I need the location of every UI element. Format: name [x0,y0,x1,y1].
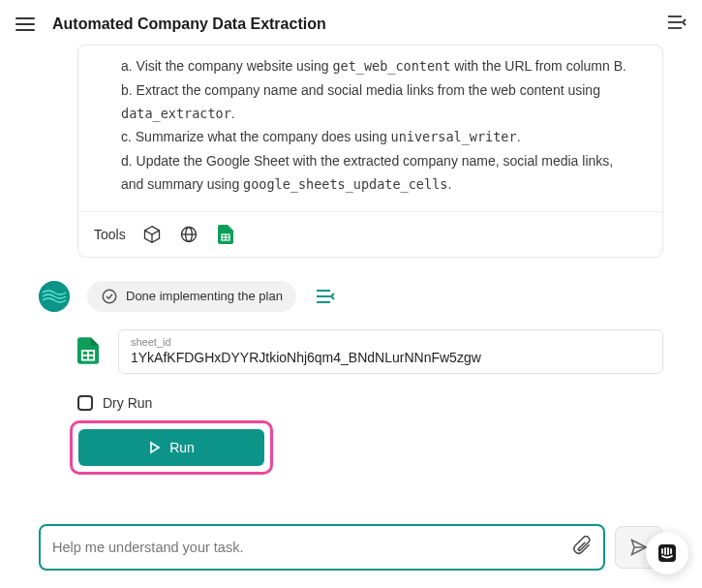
code-data-extractor: data_extractor [121,106,231,121]
dry-run-label: Dry Run [103,395,152,411]
step-b-post: . [231,106,235,121]
svg-rect-18 [658,544,676,562]
page-title: Automated Company Data Extraction [52,15,326,33]
chat-input[interactable] [52,540,565,555]
main-content: a. Visit the company website using get_w… [0,45,702,475]
header-left: Automated Company Data Extraction [15,15,326,33]
task-card: a. Visit the company website using get_w… [77,45,663,258]
sheet-id-value: 1YkAfKFDGHxDYYRJtkioNhj6qm4_BNdNLurNNnFw… [131,350,651,365]
step-c-post: . [517,129,521,144]
svg-point-10 [103,290,116,303]
run-button-highlight: Run [70,420,273,475]
sheet-id-input[interactable]: sheet_id 1YkAfKFDGHxDYYRJtkioNhj6qm4_BNd… [118,329,663,374]
intercom-icon [656,542,679,565]
dry-run-checkbox[interactable] [77,395,93,411]
step-c-pre: c. Summarize what the company does using [121,129,391,144]
sidebar-collapse-icon[interactable] [667,14,687,35]
chat-input-container [39,524,605,571]
status-text: Done implementing the plan [126,289,283,303]
intercom-launcher[interactable] [646,532,688,574]
assistant-avatar [39,281,70,312]
globe-icon[interactable] [178,224,199,245]
chat-footer [39,524,663,571]
tools-label: Tools [94,227,126,242]
status-row: Done implementing the plan [39,281,663,312]
google-sheets-icon[interactable] [215,224,236,245]
play-icon [148,441,162,454]
check-circle-icon [101,288,118,305]
run-button[interactable]: Run [78,429,264,466]
task-steps: a. Visit the company website using get_w… [78,46,662,211]
sheet-input-row: sheet_id 1YkAfKFDGHxDYYRJtkioNhj6qm4_BNd… [77,329,663,374]
status-pill: Done implementing the plan [87,281,296,312]
dry-run-row: Dry Run [77,395,663,411]
run-button-label: Run [169,440,195,455]
app-header: Automated Company Data Extraction [0,0,702,45]
code-get-web-content: get_web_content [332,58,450,74]
step-a-pre: a. Visit the company website using [121,58,332,74]
step-d-post: . [447,176,451,192]
menu-icon[interactable] [15,17,35,31]
code-google-sheets-update: google_sheets_update_cells [243,176,447,192]
code-universal-writer: universal_writer [391,129,517,144]
status-collapse-icon[interactable] [314,288,335,305]
step-b-pre: b. Extract the company name and social m… [121,82,600,98]
step-a-post: with the URL from column B. [450,58,626,74]
package-icon[interactable] [141,224,163,245]
sheets-input-icon [77,329,107,374]
paperclip-icon[interactable] [572,536,592,559]
tools-row: Tools [78,211,662,257]
sheet-id-label: sheet_id [131,336,651,348]
